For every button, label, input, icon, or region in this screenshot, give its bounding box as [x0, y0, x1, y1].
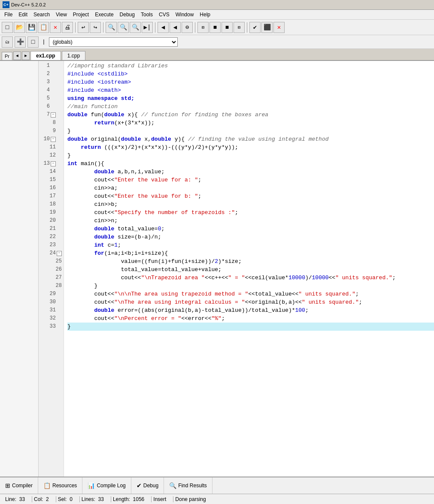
bp-debug-label: Debug	[143, 483, 158, 489]
ln15: 15	[40, 176, 62, 184]
bp-tab-compilelog[interactable]: 📊 Compile Log	[82, 477, 131, 494]
ln10: 10−	[40, 135, 62, 143]
code-line-33: }	[67, 323, 434, 331]
layout2-button[interactable]: ■	[209, 22, 221, 33]
findresults-icon: 🔍	[169, 482, 176, 489]
ln20: 20	[40, 217, 62, 225]
ln7: 7−	[40, 111, 62, 119]
sep4	[195, 22, 195, 33]
code-line-31: double error=((abs(original(b,a)-total_v…	[67, 306, 434, 314]
tab-ex1cpp[interactable]: ex1.cpp	[30, 51, 61, 60]
code-line-15: cout<<"Enter the value for a: ";	[67, 176, 434, 184]
ln13: 13−	[40, 160, 62, 168]
ln2: 2	[40, 70, 62, 78]
ln30: 30	[40, 298, 62, 306]
project-panel	[0, 61, 39, 477]
code-line-20: cin>>n;	[67, 217, 434, 225]
bp-compilelog-label: Compile Log	[97, 483, 125, 489]
menu-view[interactable]: View	[53, 11, 70, 18]
resources-icon: 📋	[43, 482, 51, 489]
fold-btn-13[interactable]: −	[51, 161, 56, 166]
bp-tab-compiler[interactable]: ⊞ Compiler	[0, 477, 38, 494]
code-line-26: total_value=total_value+value;	[67, 266, 434, 274]
ln18: 18	[40, 200, 62, 208]
new-button[interactable]: □	[2, 22, 13, 33]
delete-button[interactable]: ✕	[273, 22, 285, 33]
tab-bar: Pr ◄ ► ex1.cpp 1.cpp	[0, 49, 434, 61]
layout3-button[interactable]: ■	[222, 22, 233, 33]
tab-nav-next[interactable]: ►	[22, 51, 30, 60]
toolbar1: □ 📂 💾 📋 ✕ 🖨 ↩ ↪ 🔍 🔍 🔍 ▶| ◀ ◀ ⊖ ⊞ ■ ■ ⊞ ✔…	[0, 20, 434, 35]
ln25: 25	[40, 257, 62, 266]
code-line-7: double fun(double x){ // function for fi…	[67, 111, 434, 119]
menu-help[interactable]: Help	[197, 11, 213, 18]
bp-tab-debug[interactable]: ✔ Debug	[131, 477, 164, 494]
compiler-icon: ⊞	[5, 482, 10, 489]
sep2	[103, 22, 103, 33]
layout4-button[interactable]: ⊞	[234, 22, 245, 33]
ln24: 24−	[40, 249, 62, 257]
menu-edit[interactable]: Edit	[16, 11, 30, 18]
code-line-12: }	[67, 151, 434, 160]
add-watch-button[interactable]: ➕	[15, 36, 26, 48]
tab-nav-prev[interactable]: ◄	[13, 51, 21, 60]
ln29: 29	[40, 290, 62, 298]
bp-tab-resources[interactable]: 📋 Resources	[38, 477, 82, 494]
status-line: Line: 33	[3, 496, 32, 502]
fold-btn-10[interactable]: −	[51, 137, 56, 142]
replace-button[interactable]: 🔍	[130, 22, 141, 33]
watch-list-button[interactable]: □	[27, 36, 39, 48]
code-line-25: value=((fun(i)+fun(i+size))/2)*size;	[67, 257, 434, 266]
ln28: 28	[40, 282, 62, 290]
status-mode: Insert	[152, 496, 173, 502]
redo-button[interactable]: ↪	[90, 22, 101, 33]
menu-window[interactable]: Window	[173, 11, 197, 18]
menu-search[interactable]: Search	[31, 11, 52, 18]
menu-file[interactable]: File	[2, 11, 15, 18]
check-button[interactable]: ✔	[249, 22, 261, 33]
class-browse-button[interactable]: 🗂	[2, 36, 13, 48]
layout1-button[interactable]: ⊞	[197, 22, 209, 33]
scope-dropdown[interactable]: (globals)	[49, 37, 178, 47]
status-length: Length: 1056	[111, 496, 152, 502]
editor-area[interactable]: 1 2 3 4 5 6 7− 8 9 10− 11 12 13− 14 15 1…	[39, 61, 434, 477]
insert-button[interactable]: ⬛	[261, 22, 273, 33]
ln14: 14	[40, 168, 62, 176]
stop-button[interactable]: ⊖	[182, 22, 193, 33]
ln27: 27	[40, 274, 62, 282]
fold-btn-7[interactable]: −	[51, 112, 56, 118]
status-lines: Lines: 33	[80, 496, 111, 502]
code-line-9: }	[67, 127, 434, 135]
code-line-16: cin>>a;	[67, 184, 434, 192]
goto-button[interactable]: ▶|	[142, 22, 153, 33]
app-title: Dev-C++ 5.2.0.2	[11, 2, 46, 7]
open-button[interactable]: 📂	[14, 22, 25, 33]
menu-execute[interactable]: Execute	[92, 11, 116, 18]
search2-button[interactable]: 🔍	[118, 22, 129, 33]
compile-next-button[interactable]: ◀	[170, 22, 181, 33]
code-container: 1 2 3 4 5 6 7− 8 9 10− 11 12 13− 14 15 1…	[39, 61, 434, 477]
print-button[interactable]: 🖨	[62, 22, 73, 33]
fold-btn-24[interactable]: −	[57, 251, 62, 256]
menu-tools[interactable]: Tools	[138, 11, 155, 18]
code-line-29: cout<<"\n\nThe area using trapezoid meth…	[67, 290, 434, 298]
search-button[interactable]: 🔍	[106, 22, 117, 33]
menu-debug[interactable]: Debug	[117, 11, 137, 18]
ln22: 22	[40, 233, 62, 241]
bp-tab-findresults[interactable]: 🔍 Find Results	[164, 477, 212, 494]
compile-prev-button[interactable]: ◀	[158, 22, 169, 33]
tab-1cpp[interactable]: 1.cpp	[62, 51, 85, 60]
code-line-18: cin>>b;	[67, 200, 434, 208]
close-button[interactable]: ✕	[50, 22, 61, 33]
line-numbers: 1 2 3 4 5 6 7− 8 9 10− 11 12 13− 14 15 1…	[39, 61, 64, 477]
code-line-8: return(x+(3*x*x));	[67, 119, 434, 127]
code-lines[interactable]: //importing standard Libraries #include …	[64, 61, 434, 477]
copy-button[interactable]: 📋	[38, 22, 49, 33]
save-button[interactable]: 💾	[26, 22, 37, 33]
menu-project[interactable]: Project	[70, 11, 91, 18]
code-line-27: cout<<"\nTrapezoid area "<<c++<<" = "<<c…	[67, 274, 434, 282]
menu-cvs[interactable]: CVS	[156, 11, 172, 18]
undo-button[interactable]: ↩	[78, 22, 89, 33]
ln33: 33	[40, 323, 62, 331]
project-panel-label[interactable]: Pr	[2, 52, 12, 60]
